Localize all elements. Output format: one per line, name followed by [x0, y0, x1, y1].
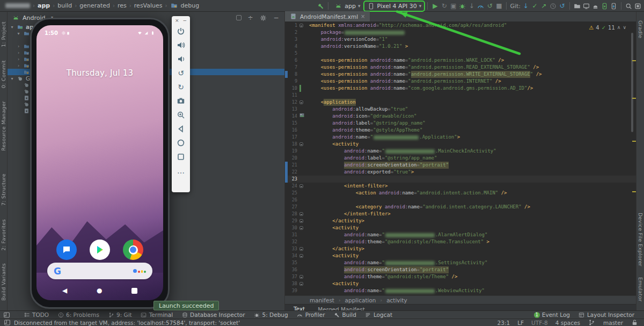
code-line-11[interactable]: 11 — [285, 92, 636, 99]
code-line-9[interactable]: 9<uses-permission android:name="android.… — [285, 78, 636, 85]
code-line-8[interactable]: 8<uses-permission android:name="android.… — [285, 71, 636, 78]
breadcrumb-item[interactable]: debug — [181, 2, 200, 9]
expand-icon[interactable]: › — [16, 63, 21, 68]
assistant-icon[interactable] — [133, 269, 146, 273]
rollback-icon[interactable]: ↺ — [558, 2, 566, 10]
status-item-4-spaces[interactable]: 4 spaces — [555, 320, 580, 326]
breadcrumb-item[interactable]: app — [38, 2, 50, 9]
device-download-icon[interactable] — [610, 2, 618, 10]
status-item-utf-8[interactable]: UTF-8 — [531, 320, 548, 326]
emulator-minimize-icon[interactable]: − — [182, 18, 187, 24]
code-line-16[interactable]: 16android:theme="@style/AppTheme" — [285, 127, 636, 134]
expand-icon[interactable]: › — [16, 57, 21, 62]
tool-stripe--project[interactable]: 1: Project — [1, 21, 6, 47]
code-line-37[interactable]: 37android:theme="@android:style/Theme" /… — [285, 273, 636, 280]
code-line-26[interactable]: 26 — [285, 197, 636, 204]
expand-icon[interactable]: ▾ — [16, 31, 21, 36]
chrome-app-icon[interactable] — [123, 240, 143, 260]
expand-icon[interactable]: ▾ — [10, 76, 14, 81]
structure-icon[interactable] — [634, 2, 642, 10]
messages-app-icon[interactable] — [56, 240, 77, 260]
fold-icon[interactable] — [299, 226, 303, 230]
clock-icon[interactable] — [549, 2, 557, 10]
error-stripe-mark[interactable] — [632, 141, 636, 142]
code-line-39[interactable]: 39android:name=".WebviewActivity" — [285, 287, 636, 294]
code-line-18[interactable]: 18<activity — [285, 141, 636, 148]
play-store-app-icon[interactable] — [90, 240, 110, 260]
tool-stripe-emulator[interactable]: Emulator — [638, 277, 643, 302]
project-name-redacted[interactable] — [5, 3, 30, 8]
device-selector[interactable]: Pixel 4 API 30▾ — [364, 2, 425, 11]
emulator-zoom-button[interactable] — [174, 108, 188, 122]
tool-windows-icon[interactable] — [3, 311, 11, 319]
code-line-24[interactable]: 24<intent-filter> — [285, 183, 636, 190]
emulator-rotate-right-button[interactable]: ↻ — [174, 80, 188, 94]
fold-icon[interactable] — [299, 184, 303, 188]
nav-home-icon[interactable]: ● — [97, 287, 102, 294]
folder-icon[interactable] — [573, 2, 581, 10]
tool-stripe-device-file-explorer[interactable]: Device File Explorer — [638, 213, 643, 266]
emulator-home-button[interactable] — [174, 136, 188, 150]
fold-icon[interactable] — [299, 254, 303, 258]
google-search-bar[interactable]: G — [47, 263, 152, 279]
breadcrumb-item[interactable]: build — [57, 2, 72, 9]
status-item-master[interactable]: master — [603, 320, 623, 326]
code-line-30[interactable]: 30<activity — [285, 224, 636, 231]
code-line-14[interactable]: 14android:icon="@drawable/icon" — [285, 113, 636, 120]
hammer-icon[interactable] — [317, 2, 325, 10]
fold-icon[interactable] — [299, 275, 303, 279]
code-line-27[interactable]: 27<category android:name="android.intent… — [285, 204, 636, 211]
select-opened-file-icon[interactable] — [236, 15, 241, 20]
code-line-5[interactable]: 5 — [285, 50, 636, 57]
code-line-12[interactable]: 12<application — [285, 99, 636, 106]
expand-icon[interactable]: › — [16, 44, 21, 49]
tool-window-terminal[interactable]: Terminal — [141, 311, 173, 318]
tool-window-build[interactable]: Build — [334, 311, 356, 318]
code-line-35[interactable]: 35android:name=".SettingsActivity" — [285, 259, 636, 266]
stop-icon[interactable]: ■ — [495, 2, 503, 10]
emulator-volume-up-button[interactable] — [174, 38, 188, 52]
xml-breadcrumb-item[interactable]: application — [345, 297, 376, 303]
fold-icon[interactable] — [299, 142, 303, 146]
breadcrumb-item[interactable]: generated — [79, 2, 110, 9]
emulator-screenshot-button[interactable] — [174, 94, 188, 108]
fold-icon[interactable] — [299, 100, 303, 104]
nav-overview-icon[interactable] — [131, 288, 137, 294]
sdk-icon[interactable] — [591, 2, 599, 10]
code-line-22[interactable]: 22android:exported="true"> — [285, 169, 636, 176]
tool-stripe--commit[interactable]: 0: Commit — [1, 60, 6, 88]
emulator-back-button[interactable] — [174, 122, 188, 136]
code-line-2[interactable]: 2package= — [285, 29, 636, 36]
tool-stripe-build-variants[interactable]: Build Variants — [1, 263, 6, 301]
search-icon[interactable] — [625, 2, 633, 10]
fold-icon[interactable] — [299, 219, 303, 223]
close-icon[interactable]: × — [361, 13, 365, 19]
tool-window-database-inspector[interactable]: Database Inspector — [181, 311, 245, 318]
emulator-overview-button[interactable] — [174, 150, 188, 164]
code-line-21[interactable]: 21android:screenOrientation="portrait" — [285, 162, 636, 169]
code-line-36[interactable]: 36android:screenOrientation="portrait" — [285, 266, 636, 273]
code-line-32[interactable]: 32android:theme="@android:style/Theme.Tr… — [285, 238, 636, 245]
breadcrumb-item[interactable]: res — [118, 2, 127, 9]
expand-icon[interactable]: ▾ — [10, 25, 14, 30]
code-line-28[interactable]: 28</intent-filter> — [285, 211, 636, 218]
fold-icon[interactable] — [299, 24, 303, 27]
settings-icon[interactable] — [259, 14, 267, 22]
error-stripe-mark[interactable] — [632, 60, 636, 61]
code-line-6[interactable]: 6<uses-permission android:name="android.… — [285, 57, 636, 64]
code-line-34[interactable]: 34<activity — [285, 252, 636, 259]
error-stripe-mark[interactable] — [632, 98, 636, 99]
status-item-lf[interactable]: LF — [517, 320, 524, 326]
code-line-33[interactable]: 33</activity> — [285, 245, 636, 252]
code-editor[interactable]: ⚠4 ✓11 ∧ ∨ 1<manifest xmlns:android="htt… — [285, 22, 636, 295]
tool-window--problems[interactable]: 6: Problems — [57, 311, 99, 318]
emulator-rotate-left-button[interactable]: ↺ — [174, 66, 188, 80]
tool-stripe-resource-manager[interactable]: Resource Manager — [1, 101, 6, 151]
code-line-19[interactable]: 19android:name=".MainCheckInActivity" — [285, 148, 636, 155]
tool-window--debug[interactable]: 5: Debug — [254, 311, 288, 318]
code-line-17[interactable]: 17android:name=".Application"> — [285, 134, 636, 141]
emulator-power-button[interactable] — [174, 24, 188, 38]
emulator-more-button[interactable]: … — [174, 164, 188, 178]
emulator-device[interactable]: 1:50 Thursday, Jul 13 — [30, 18, 170, 309]
run-configuration-selector[interactable]: app▾ — [332, 2, 363, 11]
